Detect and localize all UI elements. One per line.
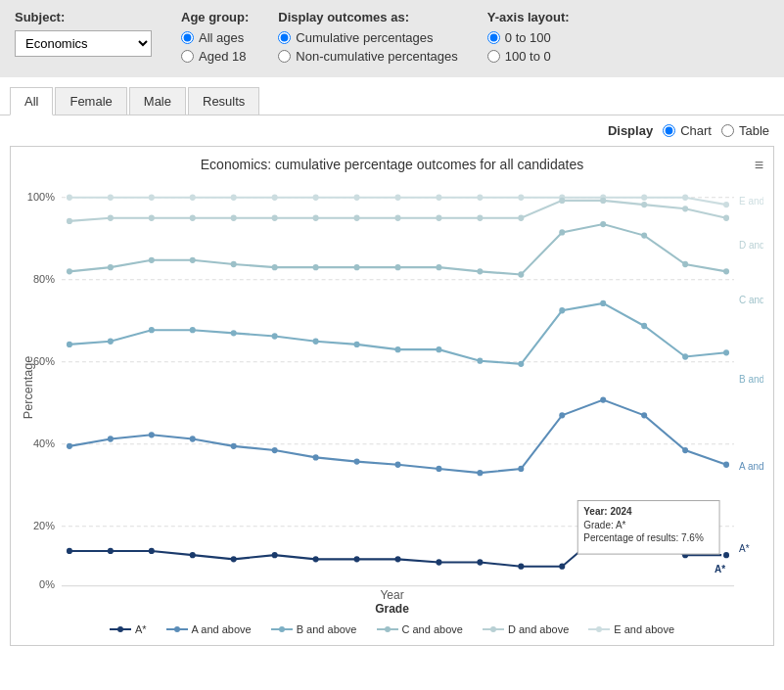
legend-e-above: E and above — [588, 623, 674, 635]
svg-point-36 — [67, 195, 72, 201]
svg-point-55 — [149, 215, 155, 221]
age-18-label: Aged 18 — [199, 49, 246, 64]
svg-point-146 — [174, 626, 180, 632]
age-all-radio[interactable] — [181, 31, 194, 44]
controls-bar: Subject: Economics Mathematics Biology A… — [0, 0, 784, 77]
svg-point-84 — [641, 232, 647, 238]
svg-point-114 — [477, 470, 483, 476]
svg-point-123 — [149, 548, 155, 554]
legend-e-above-label: E and above — [614, 623, 674, 635]
tab-results[interactable]: Results — [188, 87, 259, 115]
svg-point-43 — [354, 195, 360, 201]
series-b — [69, 303, 726, 364]
yaxis-100to0-label: 100 to 0 — [505, 49, 551, 64]
yaxis-0to100-option[interactable]: 0 to 100 — [487, 30, 570, 45]
svg-point-74 — [231, 261, 237, 267]
svg-point-92 — [272, 333, 278, 339]
display-outcomes-label: Display outcomes as: — [278, 10, 457, 24]
chart-svg: 100% 80% 60% 40% 20% 0% Percentage 2008 … — [21, 182, 763, 593]
subject-select[interactable]: Economics Mathematics Biology — [15, 30, 152, 57]
svg-point-96 — [436, 346, 441, 352]
svg-point-126 — [272, 552, 278, 558]
tab-male[interactable]: Male — [129, 87, 186, 115]
svg-point-89 — [149, 327, 155, 333]
svg-point-150 — [385, 626, 391, 632]
svg-point-71 — [108, 264, 114, 270]
legend-a-above: A and above — [166, 623, 252, 635]
svg-point-51 — [682, 195, 688, 201]
svg-point-131 — [477, 559, 483, 565]
svg-point-82 — [559, 229, 565, 235]
noncumulative-radio[interactable] — [278, 50, 291, 63]
display-row: Display Chart Table — [0, 115, 784, 146]
subject-label: Subject: — [15, 10, 152, 24]
svg-point-95 — [394, 346, 400, 352]
svg-point-87 — [67, 342, 72, 347]
age-all-option[interactable]: All ages — [181, 30, 249, 45]
svg-text:A*: A* — [715, 564, 725, 575]
svg-point-83 — [600, 221, 606, 227]
svg-point-63 — [477, 215, 483, 221]
age-18-option[interactable]: Aged 18 — [181, 49, 249, 64]
svg-point-105 — [108, 436, 114, 441]
tab-female[interactable]: Female — [55, 87, 126, 115]
svg-point-113 — [436, 466, 441, 472]
tab-all[interactable]: All — [10, 87, 53, 115]
svg-point-144 — [117, 626, 123, 632]
svg-text:D and above: D and above — [739, 240, 763, 251]
svg-point-125 — [231, 556, 237, 562]
svg-point-45 — [436, 195, 441, 201]
svg-text:80%: 80% — [33, 273, 55, 285]
yaxis-100to0-radio[interactable] — [487, 50, 500, 63]
cumulative-option[interactable]: Cumulative percentages — [278, 30, 457, 45]
yaxis-100to0-option[interactable]: 100 to 0 — [487, 49, 570, 64]
svg-point-124 — [190, 552, 196, 558]
noncumulative-option[interactable]: Non-cumulative percentages — [278, 49, 457, 64]
svg-point-94 — [354, 342, 360, 347]
svg-point-39 — [190, 195, 196, 201]
svg-point-40 — [231, 195, 237, 201]
svg-point-100 — [600, 300, 606, 306]
chart-menu-icon[interactable]: ≡ — [755, 157, 763, 174]
svg-point-107 — [190, 436, 196, 441]
table-radio[interactable] — [721, 124, 734, 137]
svg-text:E and above: E and above — [739, 196, 763, 207]
chart-radio[interactable] — [663, 124, 675, 137]
svg-point-52 — [723, 202, 729, 207]
svg-point-111 — [354, 458, 360, 464]
noncumulative-label: Non-cumulative percentages — [296, 49, 457, 64]
svg-point-137 — [722, 551, 730, 559]
table-option[interactable]: Table — [721, 123, 769, 138]
svg-point-132 — [518, 564, 524, 570]
svg-point-99 — [559, 307, 565, 313]
svg-text:40%: 40% — [33, 437, 55, 449]
svg-point-122 — [108, 548, 114, 554]
svg-point-64 — [518, 215, 524, 221]
cumulative-radio[interactable] — [278, 31, 291, 44]
svg-point-80 — [477, 268, 483, 274]
svg-point-72 — [149, 257, 155, 263]
svg-point-93 — [313, 339, 319, 345]
age-18-radio[interactable] — [181, 50, 194, 63]
svg-point-108 — [231, 443, 237, 449]
svg-point-78 — [394, 264, 400, 270]
legend-c-above: C and above — [377, 623, 463, 635]
svg-point-102 — [682, 353, 688, 359]
svg-point-41 — [272, 195, 278, 201]
svg-point-76 — [313, 264, 319, 270]
svg-text:20%: 20% — [33, 520, 55, 531]
chart-label: Chart — [680, 123, 712, 138]
tabs-row: All Female Male Results — [0, 87, 784, 115]
svg-point-110 — [313, 454, 319, 460]
svg-point-97 — [477, 358, 483, 364]
svg-text:B and above: B and above — [739, 374, 763, 385]
yaxis-0to100-radio[interactable] — [487, 31, 500, 44]
svg-point-118 — [641, 412, 647, 418]
svg-point-85 — [682, 261, 688, 267]
svg-point-106 — [149, 432, 155, 437]
svg-point-101 — [641, 323, 647, 329]
chart-option[interactable]: Chart — [663, 123, 712, 138]
legend-astar-label: A* — [135, 623, 147, 635]
svg-point-119 — [682, 447, 688, 453]
svg-point-38 — [149, 195, 155, 201]
